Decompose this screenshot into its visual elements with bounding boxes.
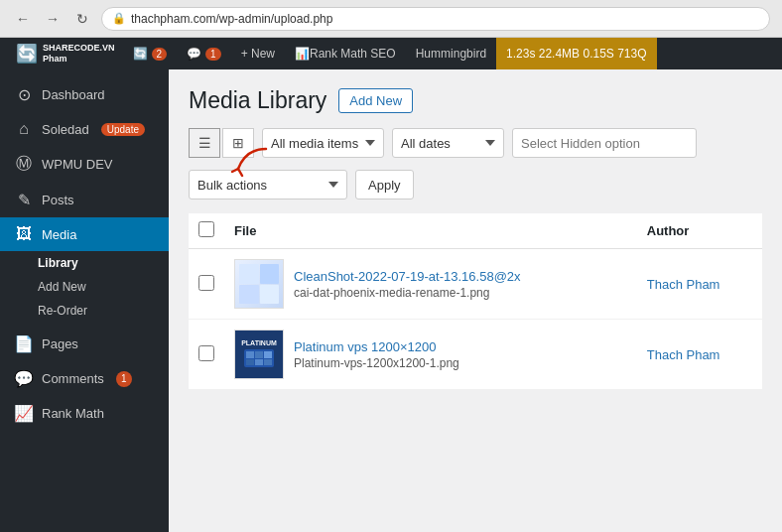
url-text: thachpham.com/wp-admin/upload.php xyxy=(131,12,332,26)
sidebar-label-pages: Pages xyxy=(42,336,78,351)
row2-author: Thach Pham xyxy=(637,320,762,390)
row1-author: Thach Pham xyxy=(637,249,762,320)
sidebar: ⊙ Dashboard ⌂ Soledad Update Ⓜ WPMU DEV … xyxy=(0,69,169,532)
sidebar-item-rank-math[interactable]: 📈 Rank Math xyxy=(0,396,169,431)
bulk-actions-select[interactable]: Bulk actions Delete Permanently xyxy=(189,170,347,200)
submenu-re-order[interactable]: Re-Order xyxy=(38,299,169,323)
col-header-file: File xyxy=(224,213,637,249)
grid-view-button[interactable]: ⊞ xyxy=(222,128,254,158)
sidebar-label-posts: Posts xyxy=(42,193,74,207)
sidebar-label-media: Media xyxy=(42,227,76,242)
comments-sidebar-badge: 1 xyxy=(116,371,132,387)
site-logo-text: SHARECODE.VNPham xyxy=(43,43,115,65)
comments-icon: 💬 xyxy=(187,47,201,61)
apply-button[interactable]: Apply xyxy=(355,170,414,200)
sidebar-label-dashboard: Dashboard xyxy=(42,87,105,102)
admin-bar-updates[interactable]: 🔄 2 xyxy=(123,38,178,69)
add-new-button[interactable]: Add New xyxy=(338,88,413,113)
table-row: CleanShot-2022-07-19-at-13.16.58@2x cai-… xyxy=(189,249,762,320)
row2-file-link[interactable]: Platinum vps 1200×1200 xyxy=(294,339,436,354)
pages-icon: 📄 xyxy=(14,334,34,353)
updates-badge: 2 xyxy=(152,48,168,61)
media-type-select[interactable]: All media items Images Audio Video xyxy=(262,128,384,158)
sidebar-item-wpmu[interactable]: Ⓜ WPMU DEV xyxy=(0,146,169,183)
col-header-author: Author xyxy=(637,213,762,249)
sidebar-item-media[interactable]: 🖼 Media xyxy=(0,217,169,251)
list-view-button[interactable]: ☰ xyxy=(189,128,220,158)
soledad-icon: ⌂ xyxy=(14,120,34,138)
row1-checkbox[interactable] xyxy=(198,275,214,291)
library-label: Library xyxy=(38,256,78,270)
row1-file: CleanShot-2022-07-19-at-13.16.58@2x cai-… xyxy=(224,249,637,320)
wpmu-icon: Ⓜ xyxy=(14,154,34,175)
sidebar-label-comments: Comments xyxy=(42,371,104,386)
forward-button[interactable]: → xyxy=(42,8,64,30)
media-submenu: Library Add New Re-Order xyxy=(0,251,169,323)
row1-file-sub: cai-dat-phoenix-media-rename-1.png xyxy=(294,286,521,300)
posts-icon: ✎ xyxy=(14,191,34,209)
date-select[interactable]: All dates January 2022 July 2022 xyxy=(392,128,504,158)
logo-icon: 🔄 xyxy=(16,43,38,65)
rank-math-label: Rank Math SEO xyxy=(310,47,396,61)
sidebar-item-pages[interactable]: 📄 Pages xyxy=(0,327,169,361)
sidebar-label-rank-math: Rank Math xyxy=(42,406,104,421)
browser-chrome: ← → ↻ 🔒 thachpham.com/wp-admin/upload.ph… xyxy=(0,0,782,38)
back-button[interactable]: ← xyxy=(12,8,34,30)
new-label: + New xyxy=(241,47,275,61)
main-layout: ⊙ Dashboard ⌂ Soledad Update Ⓜ WPMU DEV … xyxy=(0,69,782,532)
sidebar-label-wpmu: WPMU DEV xyxy=(42,157,113,172)
row2-author-link[interactable]: Thach Pham xyxy=(647,347,720,362)
sidebar-label-soledad: Soledad xyxy=(42,122,89,137)
content-area: Media Library Add New ☰ ⊞ All media item… xyxy=(169,69,782,532)
row2-file-sub: Platinum-vps-1200x1200-1.png xyxy=(294,356,459,370)
perf-text: 1.23s 22.4MB 0.15S 713Q xyxy=(506,47,646,61)
row1-thumbnail xyxy=(234,259,284,309)
dashboard-icon: ⊙ xyxy=(14,85,34,104)
row2-file: PLATINUM xyxy=(224,320,637,390)
add-new-label: Add New xyxy=(38,280,86,294)
sidebar-item-soledad[interactable]: ⌂ Soledad Update xyxy=(0,112,169,146)
sidebar-item-dashboard[interactable]: ⊙ Dashboard xyxy=(0,77,169,112)
row1-author-link[interactable]: Thach Pham xyxy=(647,277,720,292)
sidebar-item-comments[interactable]: 💬 Comments 1 xyxy=(0,361,169,396)
admin-bar-perf[interactable]: 1.23s 22.4MB 0.15S 713Q xyxy=(496,38,656,69)
re-order-label: Re-Order xyxy=(38,304,87,318)
reload-button[interactable]: ↻ xyxy=(71,8,93,30)
soledad-update-badge: Update xyxy=(101,123,145,136)
rank-math-sidebar-icon: 📈 xyxy=(14,404,34,423)
comments-badge: 1 xyxy=(205,48,221,61)
table-row: PLATINUM xyxy=(189,320,762,390)
sidebar-item-posts[interactable]: ✎ Posts xyxy=(0,183,169,217)
bulk-bar: Bulk actions Delete Permanently Apply xyxy=(189,170,762,200)
filter-bar: ☰ ⊞ All media items Images Audio Video A… xyxy=(189,128,762,158)
media-table: File Author xyxy=(189,213,762,390)
comments-sidebar-icon: 💬 xyxy=(14,369,34,388)
col-header-cb xyxy=(189,213,224,249)
lock-icon: 🔒 xyxy=(112,12,126,25)
select-all-checkbox[interactable] xyxy=(198,221,214,237)
admin-bar-hummingbird[interactable]: Hummingbird xyxy=(406,38,496,69)
list-view-icon: ☰ xyxy=(198,135,211,151)
admin-bar-new[interactable]: + New xyxy=(231,38,285,69)
address-bar[interactable]: 🔒 thachpham.com/wp-admin/upload.php xyxy=(101,7,770,31)
rank-math-icon: 📊 xyxy=(295,47,310,61)
page-title: Media Library xyxy=(189,87,326,114)
grid-view-icon: ⊞ xyxy=(232,135,244,151)
submenu-library[interactable]: Library xyxy=(38,251,169,275)
admin-bar-comments[interactable]: 💬 1 xyxy=(177,38,231,69)
admin-bar-rank-math[interactable]: 📊 Rank Math SEO xyxy=(285,38,406,69)
submenu-add-new[interactable]: Add New xyxy=(38,275,169,299)
row1-file-link[interactable]: CleanShot-2022-07-19-at-13.16.58@2x xyxy=(294,269,521,284)
page-title-row: Media Library Add New xyxy=(189,87,762,114)
row1-cb xyxy=(189,249,224,320)
hidden-option-input[interactable] xyxy=(512,128,697,158)
row2-cb xyxy=(189,320,224,390)
admin-bar-logo[interactable]: 🔄 SHARECODE.VNPham xyxy=(8,43,123,65)
view-toggle: ☰ ⊞ xyxy=(189,128,254,158)
row2-checkbox[interactable] xyxy=(198,345,214,361)
hummingbird-label: Hummingbird xyxy=(416,47,486,61)
updates-icon: 🔄 xyxy=(133,47,148,61)
row2-thumbnail: PLATINUM xyxy=(234,330,284,379)
media-icon: 🖼 xyxy=(14,225,34,243)
wp-admin-bar: 🔄 SHARECODE.VNPham 🔄 2 💬 1 + New 📊 Rank … xyxy=(0,38,782,69)
